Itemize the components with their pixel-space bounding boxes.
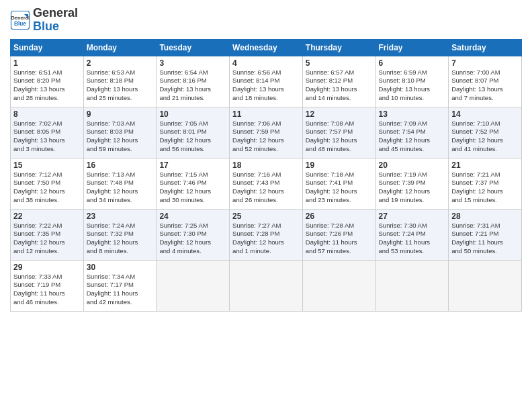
day-number: 5 (306, 58, 373, 68)
calendar-cell: 5Sunrise: 6:57 AMSunset: 8:12 PMDaylight… (302, 56, 375, 107)
logo-text: General Blue (33, 7, 78, 34)
calendar-cell: 8Sunrise: 7:02 AMSunset: 8:05 PMDaylight… (11, 107, 84, 158)
calendar-cell: 1Sunrise: 6:51 AMSunset: 8:20 PMDaylight… (11, 56, 84, 107)
calendar-week-row: 29Sunrise: 7:33 AMSunset: 7:19 PMDayligh… (11, 260, 522, 311)
weekday-header: Sunday (11, 39, 84, 56)
day-number: 6 (379, 58, 446, 68)
day-number: 17 (159, 161, 226, 170)
day-info: Sunrise: 7:13 AMSunset: 7:48 PMDaylight:… (87, 171, 154, 205)
calendar-cell (157, 260, 230, 311)
weekday-header: Thursday (302, 39, 375, 56)
day-number: 14 (451, 109, 519, 119)
day-info: Sunrise: 7:00 AMSunset: 8:07 PMDaylight:… (451, 68, 519, 103)
day-number: 7 (451, 58, 519, 68)
weekday-header: Saturday (449, 39, 522, 56)
calendar-cell: 20Sunrise: 7:19 AMSunset: 7:39 PMDayligh… (375, 158, 449, 209)
page-container: General Blue General Blue SundayMondayTu… (0, 0, 532, 318)
day-number: 15 (13, 161, 81, 170)
day-number: 9 (87, 109, 154, 119)
calendar-cell: 11Sunrise: 7:06 AMSunset: 7:59 PMDayligh… (230, 107, 303, 158)
calendar-cell: 7Sunrise: 7:00 AMSunset: 8:07 PMDaylight… (449, 56, 522, 107)
calendar-cell: 28Sunrise: 7:31 AMSunset: 7:21 PMDayligh… (449, 209, 522, 260)
day-number: 30 (87, 263, 154, 272)
day-number: 20 (379, 161, 446, 170)
calendar-cell: 27Sunrise: 7:30 AMSunset: 7:24 PMDayligh… (375, 209, 449, 260)
day-number: 2 (87, 58, 154, 68)
calendar-cell (449, 260, 522, 311)
day-number: 28 (451, 212, 519, 221)
day-info: Sunrise: 6:59 AMSunset: 8:10 PMDaylight:… (379, 68, 446, 103)
day-number: 10 (159, 109, 226, 119)
day-info: Sunrise: 7:18 AMSunset: 7:41 PMDaylight:… (306, 171, 373, 205)
calendar-cell: 17Sunrise: 7:15 AMSunset: 7:46 PMDayligh… (157, 158, 230, 209)
calendar-week-row: 1Sunrise: 6:51 AMSunset: 8:20 PMDaylight… (11, 56, 522, 107)
day-info: Sunrise: 6:51 AMSunset: 8:20 PMDaylight:… (13, 68, 81, 103)
calendar-week-row: 15Sunrise: 7:12 AMSunset: 7:50 PMDayligh… (11, 158, 522, 209)
day-info: Sunrise: 7:31 AMSunset: 7:21 PMDaylight:… (451, 222, 519, 256)
day-info: Sunrise: 7:24 AMSunset: 7:32 PMDaylight:… (87, 222, 154, 256)
day-number: 8 (13, 109, 81, 119)
day-number: 4 (232, 58, 300, 68)
calendar-cell: 25Sunrise: 7:27 AMSunset: 7:28 PMDayligh… (230, 209, 303, 260)
day-info: Sunrise: 7:28 AMSunset: 7:26 PMDaylight:… (306, 222, 373, 256)
calendar-body: 1Sunrise: 6:51 AMSunset: 8:20 PMDaylight… (11, 56, 522, 311)
day-number: 22 (13, 212, 81, 221)
calendar-cell: 3Sunrise: 6:54 AMSunset: 8:16 PMDaylight… (157, 56, 230, 107)
day-info: Sunrise: 6:57 AMSunset: 8:12 PMDaylight:… (306, 68, 373, 103)
day-info: Sunrise: 7:25 AMSunset: 7:30 PMDaylight:… (159, 222, 226, 256)
calendar-cell: 16Sunrise: 7:13 AMSunset: 7:48 PMDayligh… (83, 158, 157, 209)
day-info: Sunrise: 7:19 AMSunset: 7:39 PMDaylight:… (379, 171, 446, 205)
day-number: 25 (232, 212, 300, 221)
day-info: Sunrise: 7:33 AMSunset: 7:19 PMDaylight:… (13, 273, 81, 307)
day-number: 11 (232, 109, 300, 119)
calendar-cell (375, 260, 449, 311)
day-info: Sunrise: 7:27 AMSunset: 7:28 PMDaylight:… (232, 222, 300, 256)
day-info: Sunrise: 7:05 AMSunset: 8:01 PMDaylight:… (159, 120, 226, 154)
calendar-cell: 10Sunrise: 7:05 AMSunset: 8:01 PMDayligh… (157, 107, 230, 158)
calendar-cell: 29Sunrise: 7:33 AMSunset: 7:19 PMDayligh… (11, 260, 84, 311)
day-info: Sunrise: 7:12 AMSunset: 7:50 PMDaylight:… (13, 171, 81, 205)
day-info: Sunrise: 6:53 AMSunset: 8:18 PMDaylight:… (87, 68, 154, 103)
calendar-week-row: 8Sunrise: 7:02 AMSunset: 8:05 PMDaylight… (11, 107, 522, 158)
day-number: 1 (13, 58, 81, 68)
weekday-header: Friday (375, 39, 449, 56)
calendar-cell: 4Sunrise: 6:56 AMSunset: 8:14 PMDaylight… (230, 56, 303, 107)
weekday-header: Monday (83, 39, 157, 56)
calendar-cell: 19Sunrise: 7:18 AMSunset: 7:41 PMDayligh… (302, 158, 375, 209)
calendar-cell: 18Sunrise: 7:16 AMSunset: 7:43 PMDayligh… (230, 158, 303, 209)
day-number: 13 (379, 109, 446, 119)
weekday-header: Tuesday (157, 39, 230, 56)
calendar-cell: 2Sunrise: 6:53 AMSunset: 8:18 PMDaylight… (83, 56, 157, 107)
day-info: Sunrise: 7:02 AMSunset: 8:05 PMDaylight:… (13, 120, 81, 154)
day-number: 12 (306, 109, 373, 119)
calendar-cell (230, 260, 303, 311)
calendar-cell: 15Sunrise: 7:12 AMSunset: 7:50 PMDayligh… (11, 158, 84, 209)
calendar-header-row: SundayMondayTuesdayWednesdayThursdayFrid… (11, 39, 522, 56)
calendar-cell: 9Sunrise: 7:03 AMSunset: 8:03 PMDaylight… (83, 107, 157, 158)
day-number: 23 (87, 212, 154, 221)
day-info: Sunrise: 7:10 AMSunset: 7:52 PMDaylight:… (451, 120, 519, 154)
day-number: 19 (306, 161, 373, 170)
calendar-cell: 22Sunrise: 7:22 AMSunset: 7:35 PMDayligh… (11, 209, 84, 260)
calendar-cell: 21Sunrise: 7:21 AMSunset: 7:37 PMDayligh… (449, 158, 522, 209)
header: General Blue General Blue (10, 7, 522, 34)
calendar-table: SundayMondayTuesdayWednesdayThursdayFrid… (10, 39, 522, 312)
day-info: Sunrise: 7:16 AMSunset: 7:43 PMDaylight:… (232, 171, 300, 205)
day-info: Sunrise: 7:03 AMSunset: 8:03 PMDaylight:… (87, 120, 154, 154)
day-info: Sunrise: 7:30 AMSunset: 7:24 PMDaylight:… (379, 222, 446, 256)
day-number: 29 (13, 263, 81, 272)
day-number: 18 (232, 161, 300, 170)
day-info: Sunrise: 7:21 AMSunset: 7:37 PMDaylight:… (451, 171, 519, 205)
calendar-cell: 13Sunrise: 7:09 AMSunset: 7:54 PMDayligh… (375, 107, 449, 158)
day-info: Sunrise: 7:34 AMSunset: 7:17 PMDaylight:… (87, 273, 154, 307)
day-info: Sunrise: 7:09 AMSunset: 7:54 PMDaylight:… (379, 120, 446, 154)
calendar-cell: 26Sunrise: 7:28 AMSunset: 7:26 PMDayligh… (302, 209, 375, 260)
logo-icon: General Blue (10, 10, 30, 30)
calendar-cell: 30Sunrise: 7:34 AMSunset: 7:17 PMDayligh… (83, 260, 157, 311)
day-info: Sunrise: 7:06 AMSunset: 7:59 PMDaylight:… (232, 120, 300, 154)
calendar-cell: 14Sunrise: 7:10 AMSunset: 7:52 PMDayligh… (449, 107, 522, 158)
day-number: 3 (159, 58, 226, 68)
calendar-week-row: 22Sunrise: 7:22 AMSunset: 7:35 PMDayligh… (11, 209, 522, 260)
calendar-cell: 6Sunrise: 6:59 AMSunset: 8:10 PMDaylight… (375, 56, 449, 107)
day-info: Sunrise: 7:22 AMSunset: 7:35 PMDaylight:… (13, 222, 81, 256)
